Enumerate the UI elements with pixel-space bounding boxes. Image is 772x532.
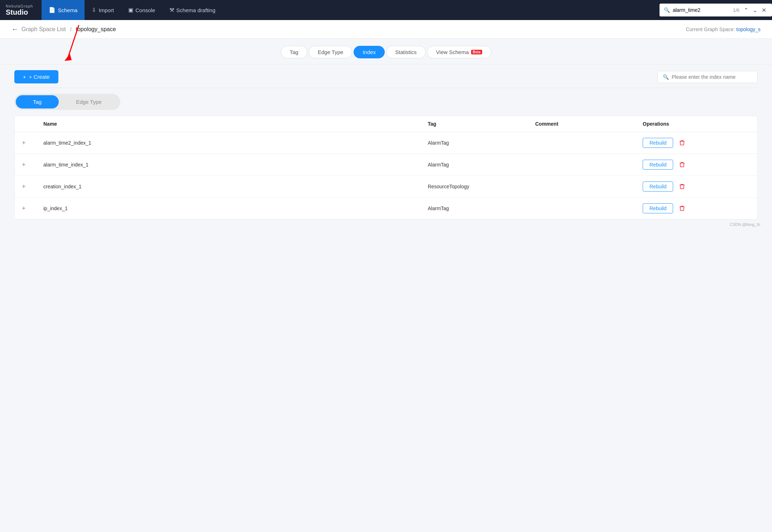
col-comment: Comment: [535, 121, 643, 127]
beta-badge: Beta: [471, 50, 483, 54]
logo-nebula: NebulaGraph: [6, 4, 33, 8]
current-space-info: Current Graph Space: topology_s: [686, 26, 761, 32]
current-space-value: topology_s: [736, 26, 761, 32]
nav-search-bar: 🔍 1/6 ⌃ ⌄ ✕: [660, 4, 772, 16]
row-3-name: creation_index_1: [43, 184, 428, 189]
console-icon: ▣: [128, 7, 133, 13]
main-content: + + Create 🔍 Tag Edge Type Name Tag Co: [0, 64, 772, 219]
rebuild-button-4[interactable]: Rebuild: [643, 203, 673, 213]
nav-drafting-label: Schema drafting: [176, 7, 215, 13]
delete-button-4[interactable]: [677, 204, 687, 213]
type-edge-button[interactable]: Edge Type: [59, 95, 119, 108]
expand-icon-2[interactable]: +: [22, 161, 26, 168]
expand-icon-1[interactable]: +: [22, 139, 26, 146]
nav-search-prev[interactable]: ⌃: [742, 6, 750, 14]
row-2-name: alarm_time_index_1: [43, 162, 428, 168]
row-3-tag: ResourceTopology: [428, 184, 535, 189]
nav-item-import[interactable]: ⇩ Import: [85, 0, 121, 20]
nav-search-next[interactable]: ⌄: [751, 6, 759, 14]
col-expand: [22, 121, 43, 127]
row-3-ops: Rebuild: [643, 182, 750, 192]
table-row: + alarm_time_index_1 AlarmTag Rebuild: [15, 154, 757, 176]
delete-button-3[interactable]: [677, 182, 687, 191]
index-search-wrap: 🔍: [657, 71, 758, 83]
create-label: + Create: [29, 74, 50, 80]
nav-search-controls: ⌃ ⌄ ✕: [742, 6, 768, 14]
delete-button-1[interactable]: [677, 138, 687, 147]
nav-import-label: Import: [99, 7, 114, 13]
rebuild-button-3[interactable]: Rebuild: [643, 182, 673, 192]
app-logo: NebulaGraph Studio: [6, 4, 33, 16]
col-tag: Tag: [428, 121, 535, 127]
rebuild-button-2[interactable]: Rebuild: [643, 160, 673, 170]
col-operations: Operations: [643, 121, 750, 127]
nav-search-close[interactable]: ✕: [760, 6, 768, 14]
breadcrumb-bar: ← Graph Space List / topology_space Curr…: [0, 20, 772, 39]
nav-search-icon: 🔍: [664, 7, 670, 13]
nav-console-label: Console: [135, 7, 155, 13]
tab-tag[interactable]: Tag: [281, 46, 307, 58]
table-row: + creation_index_1 ResourceTopology Rebu…: [15, 176, 757, 198]
nav-item-schema[interactable]: 📄 Schema: [42, 0, 85, 20]
tab-edge-type[interactable]: Edge Type: [309, 46, 352, 58]
toolbar: + + Create 🔍: [14, 64, 758, 88]
schema-icon: 📄: [49, 7, 56, 13]
nav-schema-label: Schema: [58, 7, 77, 13]
footer: CSDN @llong_Xr: [0, 219, 772, 229]
row-1-ops: Rebuild: [643, 138, 750, 148]
index-search-input[interactable]: [672, 74, 751, 80]
nav-search-input[interactable]: [673, 7, 730, 13]
table-row: + ip_index_1 AlarmTag Rebuild: [15, 198, 757, 219]
row-1-name: alarm_time2_index_1: [43, 140, 428, 146]
graph-space-list-link[interactable]: Graph Space List: [21, 26, 66, 33]
plus-icon: +: [23, 74, 26, 80]
drafting-icon: ⚒: [169, 7, 174, 13]
top-nav: NebulaGraph Studio 📄 Schema ⇩ Import ▣ C…: [0, 0, 772, 20]
row-1-tag: AlarmTag: [428, 140, 535, 146]
type-switcher: Tag Edge Type: [14, 94, 120, 110]
import-icon: ⇩: [92, 7, 96, 13]
type-tag-button[interactable]: Tag: [16, 95, 59, 108]
tab-statistics[interactable]: Statistics: [386, 46, 426, 58]
nav-item-schema-drafting[interactable]: ⚒ Schema drafting: [162, 0, 222, 20]
back-button[interactable]: ←: [11, 25, 19, 33]
rebuild-button-1[interactable]: Rebuild: [643, 138, 673, 148]
row-2-tag: AlarmTag: [428, 162, 535, 168]
row-4-tag: AlarmTag: [428, 205, 535, 211]
row-4-name: ip_index_1: [43, 205, 428, 211]
breadcrumb-current-space: topology_space: [76, 26, 116, 33]
logo-studio: Studio: [6, 8, 33, 16]
nav-item-console[interactable]: ▣ Console: [121, 0, 162, 20]
search-icon: 🔍: [663, 74, 669, 80]
table-row: + alarm_time2_index_1 AlarmTag Rebuild: [15, 132, 757, 154]
table-header: Name Tag Comment Operations: [15, 116, 757, 132]
row-2-ops: Rebuild: [643, 160, 750, 170]
footer-text: CSDN @llong_Xr: [730, 222, 761, 227]
create-button[interactable]: + + Create: [14, 70, 58, 83]
tab-view-schema[interactable]: View Schema Beta: [427, 46, 491, 58]
index-table: Name Tag Comment Operations + alarm_time…: [14, 116, 758, 219]
view-schema-label: View Schema: [436, 49, 469, 55]
row-4-ops: Rebuild: [643, 203, 750, 213]
tab-bar: Tag Edge Type Index Statistics View Sche…: [0, 39, 772, 64]
breadcrumb-separator: /: [70, 26, 72, 32]
expand-icon-4[interactable]: +: [22, 205, 26, 212]
col-name: Name: [43, 121, 428, 127]
delete-button-2[interactable]: [677, 160, 687, 169]
current-space-label: Current Graph Space:: [686, 26, 735, 32]
tab-index[interactable]: Index: [354, 46, 385, 58]
nav-search-count: 1/6: [733, 8, 739, 13]
expand-icon-3[interactable]: +: [22, 183, 26, 190]
